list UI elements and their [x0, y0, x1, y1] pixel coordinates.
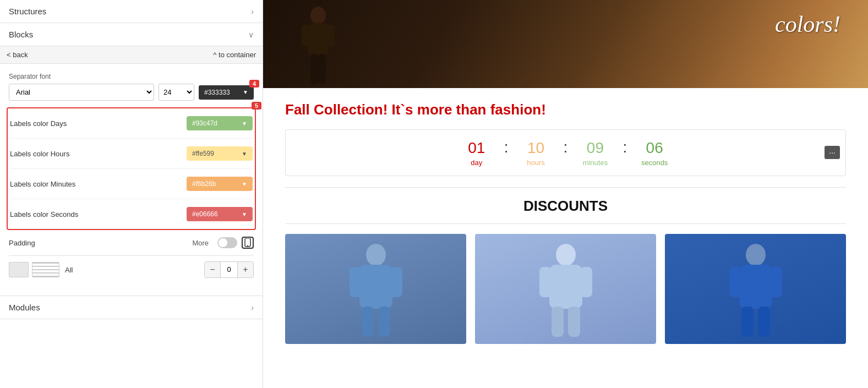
color-dark-value: #333333 — [204, 89, 230, 96]
padding-row: Padding More — [9, 230, 254, 255]
svg-rect-17 — [580, 267, 592, 297]
color-days-label: Labels color Days — [10, 119, 67, 128]
panel-content: Separator font Arial 24 #333333 ▼ 4 5 — [0, 64, 263, 287]
svg-rect-12 — [362, 307, 374, 337]
minutes-label: minutes — [583, 159, 608, 167]
color-seconds-label: Labels color Seconds — [10, 210, 78, 218]
color-days-row: Labels color Days #93c47d ▼ — [10, 108, 253, 139]
padding-label: Padding — [9, 239, 35, 247]
svg-rect-23 — [770, 267, 782, 297]
minutes-number: 09 — [587, 139, 604, 157]
separator-font-label: Separator font — [9, 73, 254, 80]
products-grid — [285, 234, 846, 344]
hours-label: hours — [527, 159, 545, 167]
color-days-value: #93c47d — [192, 119, 217, 127]
svg-rect-24 — [741, 307, 754, 337]
countdown-wrapper: 01 day : 10 hours : 09 minutes : 06 seco… — [285, 129, 846, 176]
color-minutes-swatch[interactable]: #f6b26b ▼ — [187, 177, 253, 191]
svg-rect-21 — [739, 265, 772, 309]
blocks-section[interactable]: Blocks ∨ — [0, 23, 263, 46]
seconds-label: seconds — [641, 159, 668, 167]
svg-rect-11 — [390, 267, 402, 297]
color-hours-swatch[interactable]: #ffe599 ▼ — [187, 146, 253, 161]
svg-point-8 — [366, 244, 386, 266]
blocks-chevron-icon: ∨ — [248, 30, 254, 39]
back-label: < back — [7, 51, 28, 59]
svg-rect-4 — [302, 25, 309, 47]
svg-rect-3 — [308, 23, 328, 56]
promo-title: Fall Collection! It`s more than fashion! — [285, 101, 846, 118]
color-days-swatch[interactable]: #93c47d ▼ — [187, 116, 253, 130]
color-seconds-swatch[interactable]: #e06666 ▼ — [187, 207, 253, 221]
countdown-minutes: 09 minutes — [573, 139, 617, 167]
divider-2 — [285, 223, 846, 224]
seconds-number: 06 — [646, 139, 663, 157]
font-row: Arial 24 #333333 ▼ 4 — [9, 84, 254, 101]
modules-label: Modules — [9, 303, 40, 312]
svg-rect-22 — [729, 267, 741, 297]
color-seconds-value: #e06666 — [192, 210, 218, 218]
hours-swatch-arrow-icon: ▼ — [242, 151, 247, 157]
countdown-hours: 10 hours — [514, 139, 558, 167]
all-row: All − 0 + — [9, 255, 254, 278]
discounts-title: DISCOUNTS — [285, 198, 846, 215]
countdown-day: 01 day — [455, 139, 499, 167]
padding-increase-button[interactable]: + — [238, 262, 253, 277]
color-hours-row: Labels color Hours #ffe599 ▼ — [10, 139, 253, 169]
padding-thumb-icon — [9, 262, 29, 277]
size-select[interactable]: 24 — [159, 84, 194, 101]
seconds-swatch-arrow-icon: ▼ — [242, 211, 247, 217]
padding-number-control: − 0 + — [204, 261, 254, 278]
sep2-icon: : — [558, 139, 574, 156]
sep3-icon: : — [617, 139, 632, 156]
color-dark-swatch[interactable]: #333333 ▼ 4 — [199, 85, 254, 100]
day-label: day — [471, 159, 482, 167]
more-options-button[interactable]: ··· — [825, 146, 840, 159]
product-card-2 — [475, 234, 656, 344]
preview-body: Fall Collection! It`s more than fashion!… — [263, 88, 868, 357]
padding-more-label: More — [192, 239, 209, 247]
swatch-arrow-icon: ▼ — [243, 89, 248, 95]
badge-4: 4 — [249, 80, 259, 88]
padding-value: 0 — [220, 262, 238, 277]
color-seconds-row: Labels color Seconds #e06666 ▼ — [10, 199, 253, 229]
modules-chevron-icon: › — [251, 303, 254, 312]
svg-rect-25 — [758, 307, 770, 337]
mobile-icon[interactable] — [242, 237, 254, 249]
padding-decrease-button[interactable]: − — [205, 262, 220, 277]
countdown-inner: 01 day : 10 hours : 09 minutes : 06 seco… — [302, 139, 829, 167]
product-card-1 — [285, 234, 466, 344]
svg-point-1 — [247, 245, 248, 246]
divider-1 — [285, 187, 846, 188]
to-container-button[interactable]: ^ to container — [213, 51, 256, 59]
minutes-swatch-arrow-icon: ▼ — [242, 181, 247, 187]
day-number: 01 — [468, 139, 485, 157]
color-hours-label: Labels color Hours — [10, 150, 69, 158]
color-minutes-value: #f6b26b — [192, 180, 216, 188]
svg-rect-10 — [350, 267, 362, 297]
svg-rect-15 — [549, 265, 582, 309]
structures-chevron-icon: › — [251, 7, 254, 16]
structures-label: Structures — [9, 7, 46, 16]
structures-section[interactable]: Structures › — [0, 0, 263, 23]
product-card-3 — [665, 234, 846, 344]
hero-image: colors! — [263, 0, 868, 88]
font-select[interactable]: Arial — [9, 84, 154, 101]
colors-text: colors! — [775, 0, 868, 37]
svg-rect-16 — [539, 267, 552, 297]
countdown-seconds: 06 seconds — [632, 139, 676, 167]
svg-rect-18 — [552, 307, 564, 337]
back-button[interactable]: < back — [7, 51, 28, 59]
svg-point-14 — [556, 244, 576, 266]
all-label: All — [65, 266, 73, 274]
sep1-icon: : — [499, 139, 514, 156]
left-panel: Structures › Blocks ∨ < back ^ to contai… — [0, 0, 263, 388]
days-swatch-arrow-icon: ▼ — [242, 121, 247, 127]
svg-rect-13 — [378, 307, 390, 337]
separator-font-group: Separator font Arial 24 #333333 ▼ 4 — [9, 73, 254, 101]
svg-point-20 — [746, 244, 766, 266]
modules-section[interactable]: Modules › — [0, 296, 263, 319]
nav-bar: < back ^ to container — [0, 46, 263, 64]
padding-toggle[interactable] — [217, 237, 237, 248]
svg-point-2 — [310, 7, 326, 24]
